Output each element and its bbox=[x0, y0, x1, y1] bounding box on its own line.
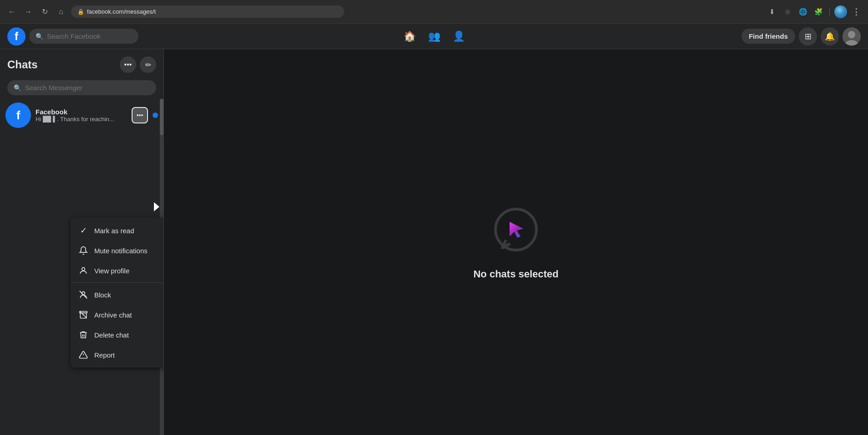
download-icon[interactable]: ⬇ bbox=[766, 5, 778, 18]
forward-button[interactable]: → bbox=[22, 5, 35, 18]
nav-home-icon[interactable]: 🏠 bbox=[398, 26, 421, 47]
chat-name-facebook: Facebook bbox=[36, 108, 127, 116]
context-menu-mark-read[interactable]: ✓ Mark as read bbox=[71, 220, 164, 241]
main-layout: Chats ••• ✏ 🔍 f Facebook bbox=[0, 49, 868, 435]
context-menu: ✓ Mark as read Mute notifications bbox=[71, 218, 164, 368]
context-menu-report[interactable]: Report bbox=[71, 345, 164, 365]
fb-nav-center: 🏠 👥 👤 bbox=[398, 26, 470, 47]
messenger-search-icon: 🔍 bbox=[14, 84, 21, 92]
nav-profile-icon[interactable]: 👤 bbox=[447, 26, 470, 47]
checkmark-icon: ✓ bbox=[78, 225, 89, 236]
main-content: No chats selected bbox=[164, 49, 868, 435]
sidebar-actions: ••• ✏ bbox=[120, 56, 156, 73]
fb-nav-right: Find friends ⊞ 🔔 bbox=[741, 27, 861, 46]
browser-chrome: ← → ↻ ⌂ 🔒 ⬇ ☆ 🌐 🧩 ⋮ bbox=[0, 0, 868, 24]
block-icon bbox=[78, 289, 89, 300]
browser-more-icon[interactable]: ⋮ bbox=[850, 5, 863, 18]
back-button[interactable]: ← bbox=[5, 5, 18, 18]
svg-point-3 bbox=[82, 267, 85, 271]
bookmark-icon[interactable]: ☆ bbox=[781, 5, 794, 18]
browser-toolbar-right: ⬇ ☆ 🌐 🧩 ⋮ bbox=[766, 5, 863, 18]
profile-icon bbox=[78, 265, 89, 276]
search-icon: 🔍 bbox=[36, 33, 43, 40]
unread-dot bbox=[153, 113, 158, 118]
chat-more-button[interactable]: ••• bbox=[132, 107, 148, 123]
messenger-logo-icon bbox=[489, 205, 543, 259]
bell-icon bbox=[78, 245, 89, 256]
security-icon: 🔒 bbox=[77, 9, 84, 15]
url-input[interactable] bbox=[87, 8, 338, 15]
context-menu-archive[interactable]: Archive chat bbox=[71, 305, 164, 325]
chat-item-facebook[interactable]: f Facebook Hi ██ ▌. Thanks for reachin..… bbox=[0, 99, 163, 132]
no-chats-label: No chats selected bbox=[473, 268, 558, 280]
context-menu-delete[interactable]: Delete chat bbox=[71, 325, 164, 345]
extension-icon[interactable]: 🧩 bbox=[812, 5, 825, 18]
home-button[interactable]: ⌂ bbox=[55, 5, 67, 18]
notification-bell-icon[interactable]: 🔔 bbox=[821, 27, 839, 46]
facebook-search-input[interactable] bbox=[47, 32, 132, 40]
archive-icon bbox=[78, 309, 89, 320]
sidebar-search-bar[interactable]: 🔍 bbox=[7, 80, 156, 95]
chat-preview-facebook: Hi ██ ▌. Thanks for reachin... bbox=[36, 116, 127, 123]
trash-icon bbox=[78, 329, 89, 340]
context-menu-view-profile[interactable]: View profile bbox=[71, 261, 164, 281]
browser-profile-avatar[interactable] bbox=[834, 5, 847, 18]
tooltip-arrow bbox=[154, 202, 159, 211]
context-menu-mute[interactable]: Mute notifications bbox=[71, 241, 164, 261]
chat-avatar-facebook: f bbox=[5, 102, 31, 128]
context-menu-block[interactable]: Block bbox=[71, 285, 164, 305]
chat-info-facebook: Facebook Hi ██ ▌. Thanks for reachin... bbox=[36, 108, 127, 123]
scrollbar-thumb[interactable] bbox=[160, 99, 163, 135]
warning-icon bbox=[78, 349, 89, 360]
user-avatar[interactable] bbox=[842, 27, 861, 46]
facebook-logo[interactable]: f bbox=[7, 27, 26, 46]
grid-icon[interactable]: ⊞ bbox=[799, 27, 817, 46]
svg-line-9 bbox=[80, 312, 87, 318]
messenger-search-input[interactable] bbox=[25, 84, 150, 92]
sidebar-header: Chats ••• ✏ bbox=[0, 49, 163, 77]
svg-marker-16 bbox=[510, 222, 523, 238]
facebook-search-bar[interactable]: 🔍 bbox=[29, 29, 138, 44]
more-options-button[interactable]: ••• bbox=[120, 56, 136, 73]
facebook-topnav: f 🔍 🏠 👥 👤 Find friends ⊞ 🔔 bbox=[0, 24, 868, 49]
sidebar-title: Chats bbox=[7, 58, 38, 71]
find-friends-button[interactable]: Find friends bbox=[741, 29, 795, 44]
reload-button[interactable]: ↻ bbox=[38, 5, 51, 18]
svg-point-1 bbox=[848, 31, 855, 38]
compose-button[interactable]: ✏ bbox=[140, 56, 156, 73]
context-menu-divider bbox=[71, 282, 164, 283]
nav-friends-icon[interactable]: 👥 bbox=[423, 26, 445, 47]
globe-icon[interactable]: 🌐 bbox=[797, 5, 809, 18]
separator bbox=[829, 7, 830, 16]
address-bar: 🔒 bbox=[71, 5, 344, 18]
sidebar: Chats ••• ✏ 🔍 f Facebook bbox=[0, 49, 164, 435]
